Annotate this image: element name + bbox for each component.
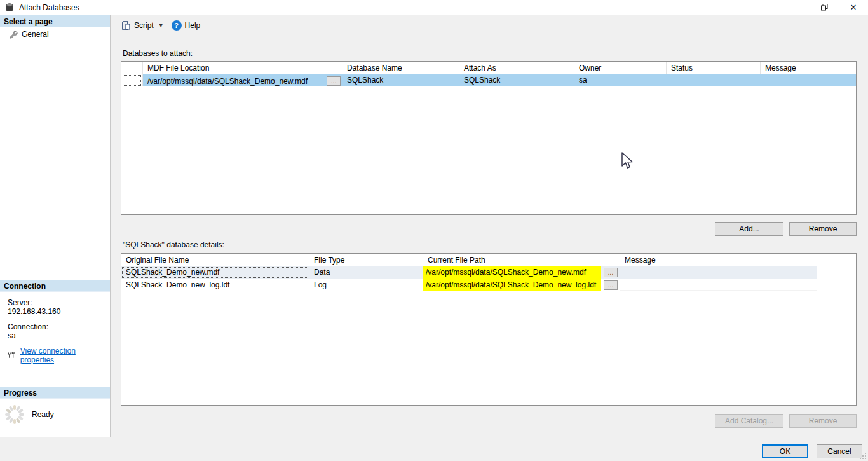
connection-label: Connection: [8,322,104,331]
browse-log-file-button[interactable]: ... [604,280,618,290]
current-file-path-cell: /var/opt/mssql/data/SQLShack_Demo_new_lo… [423,279,620,291]
details-col-filler [817,254,856,266]
progress-header: Progress [0,387,110,399]
details-filler-cell [817,279,856,291]
script-label: Script [134,21,154,30]
group-divider [232,245,857,245]
attach-col-message: Message [761,62,856,74]
ok-button[interactable]: OK [762,444,808,458]
attach-col-dbname: Database Name [342,62,459,74]
view-connection-properties-link[interactable]: View connection properties [20,347,104,364]
title-bar: Attach Databases — ✕ [0,0,868,15]
database-details-grid[interactable]: Original File Name File Type Current Fil… [121,253,857,406]
focus-rectangle [123,75,141,86]
details-filler-cell [817,266,856,279]
databases-to-attach-grid[interactable]: MDF File Location Database Name Attach A… [121,61,857,215]
sidebar: Select a page General Connection Server:… [0,15,111,437]
script-icon [121,20,131,31]
database-icon [5,3,14,12]
attach-col-status: Status [667,62,761,74]
status-cell[interactable] [667,74,761,86]
browse-mdf-button[interactable]: ... [327,76,341,86]
window-title: Attach Databases [19,3,79,12]
details-grid-row-log[interactable]: SQLShack_Demo_new_log.ldf Log /var/opt/m… [121,279,856,291]
mdf-file-location-value: /var/opt/mssql/data/SQLShack_Demo_new.md… [147,77,308,86]
databases-to-attach-label: Databases to attach: [123,49,193,58]
details-message-cell[interactable] [620,266,817,279]
window-controls: — ✕ [780,0,868,15]
connection-value: sa [8,331,104,340]
chevron-down-icon[interactable]: ▼ [158,22,164,29]
attach-col-owner: Owner [574,62,667,74]
sidebar-item-general-label: General [22,30,49,39]
help-icon: ? [172,20,182,31]
help-label: Help [185,21,201,30]
cancel-button[interactable]: Cancel [817,444,862,458]
details-grid-header: Original File Name File Type Current Fil… [121,254,856,266]
remove-button[interactable]: Remove [789,222,857,236]
attach-col-selector [121,62,143,74]
progress-section: Progress Ready [0,387,110,430]
database-name-cell[interactable]: SQLShack [342,74,459,86]
current-file-path-cell: /var/opt/mssql/data/SQLShack_Demo_new.md… [423,266,620,279]
connection-header: Connection [0,280,110,292]
attach-col-mdf: MDF File Location [143,62,342,74]
script-button[interactable]: Script ▼ [118,18,166,32]
select-a-page-header: Select a page [0,15,110,27]
server-label: Server: [8,298,104,307]
restore-icon [821,4,828,11]
owner-cell[interactable]: sa [574,74,667,86]
mdf-file-location-cell[interactable]: /var/opt/mssql/data/SQLShack_Demo_new.md… [143,74,342,86]
row-selector-cell[interactable] [121,74,143,86]
attach-grid-row[interactable]: /var/opt/mssql/data/SQLShack_Demo_new.md… [121,74,856,86]
current-file-path-value[interactable]: /var/opt/mssql/data/SQLShack_Demo_new_lo… [423,279,601,291]
attach-grid-header: MDF File Location Database Name Attach A… [121,62,856,74]
progress-spinner-icon [4,404,25,425]
add-button[interactable]: Add... [715,222,783,236]
connection-properties-icon [8,351,17,360]
browse-data-file-button[interactable]: ... [604,268,618,277]
connection-section: Connection Server: 192.168.43.160 Connec… [0,280,110,364]
resize-grip[interactable] [859,452,867,460]
details-grid-row-data[interactable]: SQLShack_Demo_new.mdf Data /var/opt/mssq… [121,266,856,279]
attach-databases-dialog: { "window": { "title": "Attach Databases… [0,0,868,461]
details-col-filetype: File Type [309,254,423,266]
details-col-path: Current File Path [423,254,620,266]
main-panel: Script ▼ ? Help Databases to attach: MDF… [111,15,868,437]
progress-status: Ready [32,410,54,419]
minimize-button[interactable]: — [780,0,810,15]
file-type-cell[interactable]: Log [309,279,423,291]
message-cell[interactable] [761,74,856,86]
help-button[interactable]: ? Help [169,18,203,32]
footer-bar: OK Cancel [0,437,868,461]
remove-catalog-button[interactable]: Remove [789,414,857,428]
attach-col-attachas: Attach As [459,62,574,74]
wrench-icon [9,30,18,39]
sidebar-item-general[interactable]: General [0,27,110,41]
attach-as-cell[interactable]: SQLShack [459,74,574,86]
database-details-label: "SQLShack" database details: [123,240,224,249]
toolbar: Script ▼ ? Help [111,15,868,36]
details-col-message: Message [620,254,817,266]
server-value: 192.168.43.160 [8,307,104,316]
details-col-origname: Original File Name [121,254,309,266]
add-catalog-button[interactable]: Add Catalog... [715,414,783,428]
restore-button[interactable] [810,0,839,15]
details-message-cell[interactable] [620,279,817,291]
file-type-cell[interactable]: Data [309,266,423,279]
original-file-name-cell[interactable]: SQLShack_Demo_new_log.ldf [121,279,309,291]
current-file-path-value[interactable]: /var/opt/mssql/data/SQLShack_Demo_new.md… [423,266,601,279]
focus-rectangle [122,267,308,278]
close-button[interactable]: ✕ [839,0,868,15]
original-file-name-cell[interactable]: SQLShack_Demo_new.mdf [121,266,309,279]
